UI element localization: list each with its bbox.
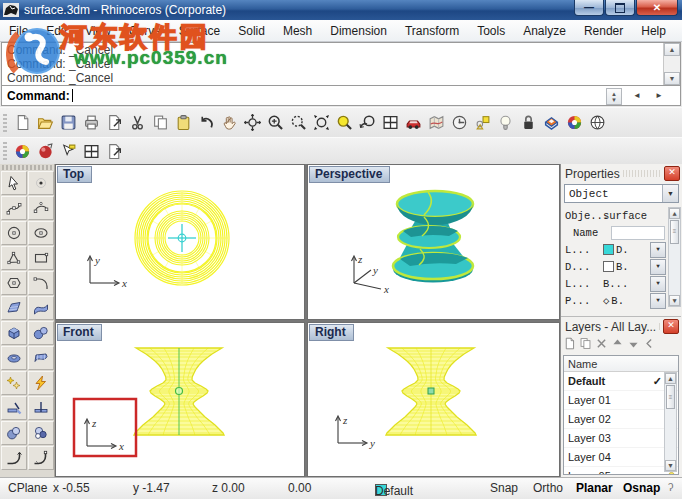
toolbar-button-lightbulb[interactable]	[494, 111, 517, 134]
layer-row[interactable]: Layer 05	[564, 467, 678, 475]
toggle-planar[interactable]: Planar	[576, 481, 613, 495]
scroll-down-icon[interactable]: ▼	[665, 460, 676, 471]
toolbar-button-print[interactable]	[80, 111, 103, 134]
cplane-pane[interactable]: CPlane	[8, 481, 47, 495]
viewport-canvas-right[interactable]: zy	[308, 323, 559, 476]
sidebar-tool-boolean-union[interactable]	[1, 421, 27, 445]
viewport-label-perspective[interactable]: Perspective	[309, 166, 390, 183]
sidebar-tool-circle-tool[interactable]	[1, 221, 27, 245]
toolbar-button-lock[interactable]	[517, 111, 540, 134]
sidebar-tool-fillet-curves[interactable]	[1, 446, 27, 470]
sidebar-tool-loft-surface[interactable]	[1, 296, 27, 320]
layers-name-header[interactable]: Name	[564, 356, 678, 372]
toolbar-button-cut[interactable]	[126, 111, 149, 134]
sidebar-tool-torus-tool[interactable]	[1, 346, 27, 370]
toolbar-button-map[interactable]	[425, 111, 448, 134]
toolbar-button-new-file[interactable]	[11, 111, 34, 134]
close-button[interactable]: ✕	[636, 0, 678, 16]
menu-item-view[interactable]: View	[76, 22, 120, 40]
history-spinner[interactable]: ▲▼	[606, 88, 622, 105]
properties-type-select[interactable]: Object ▼	[564, 184, 679, 203]
sidebar-tool-select-arrow[interactable]	[1, 171, 27, 195]
chevron-down-icon[interactable]: ▼	[650, 242, 666, 258]
name-input[interactable]	[611, 226, 665, 240]
color-swatch[interactable]	[603, 261, 614, 272]
scroll-thumb[interactable]: ≡	[670, 220, 679, 244]
viewport-label-right[interactable]: Right	[309, 324, 354, 341]
layer-row[interactable]: Layer 01	[564, 391, 678, 410]
menu-item-analyze[interactable]: Analyze	[514, 22, 575, 40]
toggle-osnap[interactable]: Osnap	[623, 481, 660, 495]
scroll-thumb[interactable]: ≡	[666, 385, 675, 409]
viewport-canvas-perspective[interactable]: zyx	[308, 165, 559, 319]
toolbar-button-zoom-window[interactable]	[287, 111, 310, 134]
toolbar-button-zoom-extents[interactable]	[310, 111, 333, 134]
sidebar-tool-patch-tool[interactable]	[28, 346, 54, 370]
sidebar-tool-box-tool[interactable]	[1, 321, 27, 345]
menu-item-mesh[interactable]: Mesh	[274, 22, 321, 40]
layers-tool-duplicate-layer[interactable]	[579, 337, 592, 352]
layers-tool-chevron-left[interactable]	[643, 337, 656, 352]
sidebar-tool-control-curve[interactable]	[1, 196, 27, 220]
toolbar-button-save[interactable]	[57, 111, 80, 134]
sidebar-tool-point[interactable]	[28, 171, 54, 195]
toolbar-button-color-wheel[interactable]	[563, 111, 586, 134]
sidebar-tool-explode-tool[interactable]	[1, 371, 27, 395]
toolbar-button-export-page[interactable]	[103, 140, 126, 163]
sidebar-tool-bolt-tool[interactable]	[28, 371, 54, 395]
layers-scrollbar[interactable]: ▲ ≡ ▼	[664, 372, 677, 472]
toolbar-button-paste[interactable]	[172, 111, 195, 134]
chevron-down-icon[interactable]: ▼	[650, 259, 666, 275]
toolbar-button-undo[interactable]	[195, 111, 218, 134]
menu-item-file[interactable]: File	[0, 22, 37, 40]
layer-row[interactable]: Default✓	[564, 372, 678, 391]
toolbar-button-color-wheel[interactable]	[11, 140, 34, 163]
prev-arrow-icon[interactable]: ◄	[630, 88, 644, 103]
sidebar-tool-curve-handles[interactable]	[28, 196, 54, 220]
toolbar-button-car[interactable]	[402, 111, 425, 134]
layers-tool-delete-layer[interactable]	[595, 337, 608, 352]
sidebar-tool-trim-tool[interactable]	[1, 396, 27, 420]
layers-tool-new-layer[interactable]	[563, 337, 576, 352]
menu-item-edit[interactable]: Edit	[37, 22, 76, 40]
menu-item-surface[interactable]: Surface	[170, 22, 229, 40]
menu-item-render[interactable]: Render	[575, 22, 632, 40]
menu-item-solid[interactable]: Solid	[229, 22, 274, 40]
layer-row[interactable]: Layer 03	[564, 429, 678, 448]
minimize-button[interactable]: —	[574, 0, 604, 16]
sidebar-tool-surface-curved[interactable]	[28, 296, 54, 320]
menu-item-transform[interactable]: Transform	[396, 22, 468, 40]
clipped-status-icon[interactable]: ʔ	[668, 481, 674, 493]
toolbar-button-open-folder[interactable]	[34, 111, 57, 134]
sidebar-tool-blend-curves[interactable]	[28, 446, 54, 470]
sidebar-tool-polyline-tool[interactable]	[1, 246, 27, 270]
toolbar-button-copy[interactable]	[149, 111, 172, 134]
layer-row[interactable]: Layer 04	[564, 448, 678, 467]
viewport-canvas-top[interactable]: yx	[56, 165, 304, 319]
color-swatch[interactable]	[603, 244, 614, 255]
chevron-down-icon[interactable]: ▼	[650, 276, 666, 292]
menu-item-dimension[interactable]: Dimension	[321, 22, 396, 40]
sidebar-tool-ellipse-tool[interactable]	[28, 221, 54, 245]
sidebar-handle[interactable]	[2, 165, 52, 170]
toolbar-button-material-sphere[interactable]	[34, 140, 57, 163]
scroll-up-icon[interactable]: ▲	[664, 43, 680, 56]
sidebar-tool-fillet-tool[interactable]	[28, 271, 54, 295]
toolbar-button-pan-hand[interactable]	[218, 111, 241, 134]
scroll-up-icon[interactable]: ▲	[669, 208, 680, 219]
maximize-button[interactable]	[605, 0, 635, 16]
command-history-scrollbar[interactable]: ▲ ▼	[663, 43, 680, 85]
chevron-down-icon[interactable]: ▼	[650, 293, 666, 309]
toolbar-button-render-sphere[interactable]	[586, 111, 609, 134]
sidebar-tool-split-tool[interactable]	[28, 396, 54, 420]
toolbar-button-view-undo[interactable]	[356, 111, 379, 134]
toolbar-button-zoom-in[interactable]	[264, 111, 287, 134]
layers-close-icon[interactable]: ✕	[663, 319, 679, 334]
toolbar-button-clock-dial[interactable]	[448, 111, 471, 134]
layer-row[interactable]: Layer 02	[564, 410, 678, 429]
toolbar-button-select-flag[interactable]	[57, 140, 80, 163]
menu-item-help[interactable]: Help	[632, 22, 675, 40]
layers-tool-move-down[interactable]	[627, 337, 640, 352]
title-bar[interactable]: surface.3dm - Rhinoceros (Corporate) — ✕	[0, 0, 682, 20]
toggle-ortho[interactable]: Ortho	[533, 481, 563, 495]
